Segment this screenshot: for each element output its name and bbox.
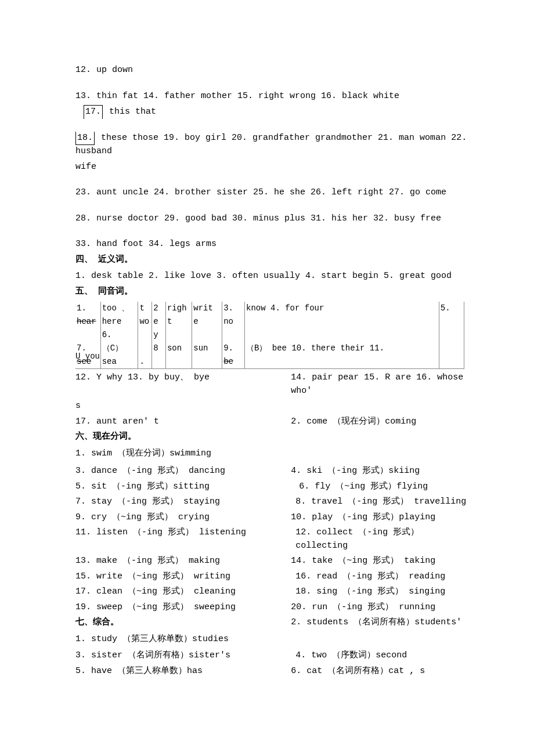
heading-5: 五、 同音词。 — [75, 285, 467, 299]
cell: too 、 — [100, 302, 138, 315]
list-item: 17. clean （~ing 形式） cleaning — [75, 585, 291, 599]
list-item: 10. play （-ing 形式）playing — [291, 511, 467, 525]
heading-7: 七、综合。 — [75, 616, 291, 630]
table-row: see sea . be — [75, 355, 464, 369]
text-line: 2. come （现在分词）coming — [291, 415, 467, 429]
list-item: 6. cat （名词所有格）cat , s — [291, 665, 467, 678]
cell: writ — [192, 302, 222, 315]
cell: 8 — [152, 342, 166, 355]
cell: sun — [192, 342, 222, 355]
list-item: 2. students （名词所有格）students' — [291, 616, 467, 632]
u-you-text: U you — [75, 350, 100, 363]
list-item: 18. sing （-ing 形式） singing — [291, 585, 467, 599]
cell — [439, 355, 464, 369]
list-item: 13. make （-ing 形式） making — [75, 555, 291, 568]
cell: sea — [100, 355, 138, 369]
cell: 6. — [100, 328, 138, 342]
cell: wo — [138, 315, 152, 328]
heading-6: 六、现在分词。 — [75, 431, 467, 444]
cell: t — [138, 302, 152, 315]
cell: no — [222, 315, 245, 328]
list-item: 7. stay （-ing 形式） staying — [75, 495, 291, 509]
cell: 9. — [222, 342, 245, 355]
list-item: 5. sit （-ing 形式）sitting — [75, 480, 291, 494]
homophone-table: 1. too 、 t 2 righ writ 3. know 4. for fo… — [75, 302, 464, 369]
line-23-27: 23. aunt uncle 24. brother sister 25. he… — [75, 186, 467, 200]
line-28-32: 28. nurse doctor 29. good bad 30. minus … — [75, 212, 467, 226]
heading-7-row: 七、综合。 2. students （名词所有格）students' — [75, 615, 467, 633]
list-item: 9. cry （~ing 形式） crying — [75, 511, 291, 525]
cell: 3. — [222, 302, 245, 315]
list-item: 16. read （-ing 形式） reading — [291, 570, 467, 584]
list-item: 6. fly （~ing 形式）flying — [291, 480, 467, 494]
list-item: 19. sweep （~ing 形式） sweeping — [75, 601, 291, 614]
pp-line-1: 1. swim （现在分词）swimming — [75, 447, 467, 461]
text-line: 17. aunt aren' t — [75, 415, 291, 429]
cell — [138, 342, 152, 355]
cell: e — [192, 315, 222, 328]
cell — [165, 328, 192, 342]
line-13-16: 13. thin fat 14. father mother 15. right… — [75, 90, 467, 103]
cell: 1. — [75, 302, 100, 315]
cell: y — [152, 328, 166, 342]
cell: hear — [75, 315, 100, 328]
cell — [439, 315, 464, 328]
box-17-label: 17. — [84, 105, 103, 119]
cell — [245, 328, 439, 342]
cell: here — [100, 315, 138, 328]
line-18b: wife — [75, 161, 467, 174]
comprehensive-list: 3. sister （名词所有格）sister's 4. two （序数词）se… — [75, 648, 467, 679]
cell — [245, 315, 439, 328]
cc-line-1: 1. study （第三人称单数）studies — [75, 633, 467, 646]
table-row: 6. y — [75, 328, 464, 342]
cell: righ — [165, 302, 192, 315]
list-item: 20. run （-ing 形式） running — [291, 601, 467, 614]
cell: know 4. for four — [245, 302, 439, 315]
list-item: 12. collect （-ing 形式） collecting — [291, 526, 467, 552]
table-row: 7. （C） 8 son sun 9. （B） bee 10. there th… — [75, 342, 464, 355]
list-item: 3. sister （名词所有格）sister's — [75, 649, 291, 663]
line-33-34: 33. hand foot 34. legs arms — [75, 238, 467, 251]
cell: . — [138, 355, 152, 369]
line-synonyms: 1. desk table 2. like love 3. often usua… — [75, 270, 467, 283]
text-line: 14. pair pear 15. R are 16. whose who' — [291, 371, 467, 397]
homophone-lines: 12. Y why 13. by buy、 bye 14. pair pear … — [75, 370, 467, 429]
cell: （B） bee 10. there their 11. — [245, 342, 439, 355]
homophone-block: 1. too 、 t 2 righ writ 3. know 4. for fo… — [75, 302, 467, 360]
line-18a: 18. these those 19. boy girl 20. grandfa… — [75, 132, 467, 158]
cell — [138, 328, 152, 342]
cell: son — [165, 342, 192, 355]
cell — [245, 355, 439, 369]
cell — [152, 355, 166, 369]
list-item: 3. dance （-ing 形式） dancing — [75, 465, 291, 478]
list-item: 5. have （第三人称单数）has — [75, 665, 291, 678]
cell: 5. — [439, 302, 464, 315]
present-participle-list: 3. dance （-ing 形式） dancing 4. ski （-ing … — [75, 464, 467, 615]
cell — [192, 355, 222, 369]
cell: （C） — [100, 342, 138, 355]
list-item: 14. take （~ing 形式） taking — [291, 555, 467, 568]
line-17-text: this that — [109, 107, 156, 117]
cell — [75, 328, 100, 342]
list-item: 4. two （序数词）second — [291, 649, 467, 663]
cell — [165, 355, 192, 369]
line-17: 17. this that — [75, 105, 467, 119]
box-18-label: 18. — [75, 132, 95, 146]
table-row: hear here wo e t e no — [75, 315, 464, 328]
cell — [192, 328, 222, 342]
cell — [439, 342, 464, 355]
text-line: 12. Y why 13. by buy、 bye — [75, 371, 291, 397]
cell — [439, 328, 464, 342]
heading-4: 四、 近义词。 — [75, 254, 467, 267]
line-12: 12. up down — [75, 64, 467, 77]
cell: t — [165, 315, 192, 328]
list-item: 15. write （~ing 形式） writing — [75, 570, 291, 584]
cell: 2 — [152, 302, 166, 315]
text-line: s — [75, 400, 291, 413]
cell: e — [152, 315, 166, 328]
cell — [222, 328, 245, 342]
table-row: 1. too 、 t 2 righ writ 3. know 4. for fo… — [75, 302, 464, 315]
line-18-text1: these those 19. boy girl 20. grandfather… — [75, 133, 467, 157]
list-item: 8. travel （-ing 形式） travelling — [291, 495, 467, 509]
list-item: 11. listen （-ing 形式） listening — [75, 526, 291, 552]
